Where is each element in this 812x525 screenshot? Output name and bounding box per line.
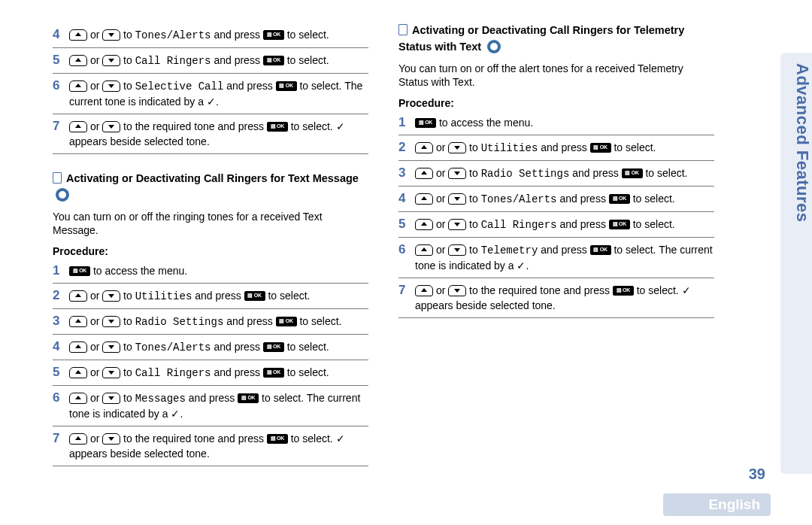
step-number: 1 bbox=[53, 263, 69, 278]
step-body: ▤ OK to access the menu. bbox=[415, 115, 714, 130]
up-arrow-key-icon bbox=[415, 193, 433, 205]
up-arrow-key-icon bbox=[69, 341, 87, 353]
up-arrow-key-icon bbox=[415, 285, 433, 296]
up-arrow-key-icon bbox=[415, 244, 433, 256]
page-content: 4 or to Tones/Alerts and press ▤ OK to s… bbox=[0, 0, 752, 481]
step-body: or to Tones/Alerts and press ▤ OK to sel… bbox=[415, 191, 714, 207]
ok-key-icon: ▤ OK bbox=[263, 342, 284, 352]
step-body: ▤ OK to access the menu. bbox=[69, 263, 368, 278]
step-number: 2 bbox=[398, 140, 415, 155]
down-arrow-key-icon bbox=[102, 29, 120, 41]
procedure-step: 7 or to the required tone and press ▤ OK… bbox=[398, 278, 714, 318]
down-arrow-key-icon bbox=[102, 341, 120, 353]
step-number: 3 bbox=[398, 165, 415, 181]
ok-key-icon: ▤ OK bbox=[622, 168, 643, 178]
step-number: 2 bbox=[53, 288, 69, 303]
procedure-step: 6 or to Telemetry and press ▤ OK to sele… bbox=[398, 238, 714, 278]
down-arrow-key-icon bbox=[102, 433, 120, 445]
step-body: or to Call Ringers and press ▤ OK to sel… bbox=[69, 365, 368, 381]
step-body: or to the required tone and press ▤ OK t… bbox=[69, 119, 368, 149]
step-body: or to Telemetry and press ▤ OK to select… bbox=[415, 242, 714, 273]
procedure-step: 4 or to Tones/Alerts and press ▤ OK to s… bbox=[53, 23, 368, 48]
menu-path-text: Tones/Alerts bbox=[481, 193, 557, 205]
up-arrow-key-icon bbox=[415, 219, 433, 230]
step-body: or to the required tone and press ▤ OK t… bbox=[69, 431, 368, 461]
down-arrow-key-icon bbox=[448, 193, 466, 205]
procedure-step: 5 or to Call Ringers and press ▤ OK to s… bbox=[398, 212, 714, 238]
down-arrow-key-icon bbox=[448, 168, 466, 179]
step-body: or to Radio Settings and press ▤ OK to s… bbox=[69, 314, 368, 329]
down-arrow-key-icon bbox=[102, 316, 120, 327]
up-arrow-key-icon bbox=[415, 142, 433, 153]
procedure-step: 5 or to Call Ringers and press ▤ OK to s… bbox=[53, 48, 368, 74]
step-body: or to Utilities and press ▤ OK to select… bbox=[415, 140, 714, 156]
step-number: 5 bbox=[53, 53, 69, 68]
step-number: 7 bbox=[398, 283, 415, 298]
procedure-step: 7 or to the required tone and press ▤ OK… bbox=[53, 114, 368, 154]
ok-key-icon: ▤ OK bbox=[276, 81, 297, 91]
procedure-step: 1▤ OK to access the menu. bbox=[53, 259, 368, 284]
down-arrow-key-icon bbox=[448, 244, 466, 256]
menu-path-text: Call Ringers bbox=[481, 219, 557, 231]
step-number: 6 bbox=[53, 390, 69, 405]
step-number: 5 bbox=[53, 365, 69, 380]
ok-key-icon: ▤ OK bbox=[263, 30, 284, 40]
page-number: 39 bbox=[749, 466, 765, 483]
step-number: 7 bbox=[53, 119, 69, 134]
ok-key-icon: ▤ OK bbox=[263, 56, 284, 65]
down-arrow-key-icon bbox=[102, 367, 120, 378]
up-arrow-key-icon bbox=[69, 55, 87, 66]
section-intro: You can turn on or off the alert tones f… bbox=[398, 62, 714, 90]
step-body: or to Messages and press ▤ OK to select.… bbox=[69, 390, 368, 421]
ok-key-icon: ▤ OK bbox=[590, 143, 611, 153]
ok-key-icon: ▤ OK bbox=[609, 220, 630, 229]
up-arrow-key-icon bbox=[69, 393, 87, 404]
up-arrow-key-icon bbox=[415, 168, 433, 179]
ok-key-icon: ▤ OK bbox=[415, 118, 436, 128]
menu-path-text: Radio Settings bbox=[481, 168, 570, 180]
procedure-step: 1▤ OK to access the menu. bbox=[398, 111, 714, 135]
ok-key-icon: ▤ OK bbox=[69, 266, 90, 276]
right-column: Activating or Deactivating Call Ringers … bbox=[398, 23, 714, 466]
procedure-label: Procedure: bbox=[53, 245, 368, 257]
procedure-step: 3 or to Radio Settings and press ▤ OK to… bbox=[53, 309, 368, 335]
step-body: or to the required tone and press ▤ OK t… bbox=[415, 283, 714, 313]
step-number: 4 bbox=[398, 191, 415, 206]
up-arrow-key-icon bbox=[69, 80, 87, 92]
ok-key-icon: ▤ OK bbox=[263, 368, 284, 378]
step-body: or to Tones/Alerts and press ▤ OK to sel… bbox=[69, 27, 368, 43]
step-body: or to Radio Settings and press ▤ OK to s… bbox=[415, 165, 714, 181]
menu-path-text: Messages bbox=[135, 393, 186, 405]
step-number: 6 bbox=[53, 78, 69, 93]
down-arrow-key-icon bbox=[102, 393, 120, 404]
procedure-step: 6 or to Messages and press ▤ OK to selec… bbox=[53, 386, 368, 426]
procedure-step: 3 or to Radio Settings and press ▤ OK to… bbox=[398, 161, 714, 187]
step-number: 1 bbox=[398, 115, 415, 130]
step-number: 3 bbox=[53, 314, 69, 329]
section-heading: Activating or Deactivating Call Ringers … bbox=[398, 23, 714, 56]
step-number: 7 bbox=[53, 431, 69, 446]
menu-path-text: Call Ringers bbox=[135, 367, 211, 379]
procedure-step: 6 or to Selective Call and press ▤ OK to… bbox=[53, 74, 368, 114]
ok-key-icon: ▤ OK bbox=[613, 286, 634, 296]
ok-key-icon: ▤ OK bbox=[590, 245, 611, 255]
section-intro: You can turn on or off the ringing tones… bbox=[53, 210, 368, 238]
procedure-label: Procedure: bbox=[398, 97, 714, 109]
ok-key-icon: ▤ OK bbox=[238, 393, 259, 403]
ok-key-icon: ▤ OK bbox=[244, 291, 265, 301]
step-body: or to Tones/Alerts and press ▤ OK to sel… bbox=[69, 339, 368, 355]
step-number: 4 bbox=[53, 27, 69, 42]
menu-path-text: Tones/Alerts bbox=[135, 29, 211, 41]
down-arrow-key-icon bbox=[448, 219, 466, 230]
menu-path-text: Tones/Alerts bbox=[135, 341, 211, 354]
section-heading: Activating or Deactivating Call Ringers … bbox=[53, 171, 368, 204]
down-arrow-key-icon bbox=[102, 80, 120, 92]
up-arrow-key-icon bbox=[69, 29, 87, 41]
step-body: or to Selective Call and press ▤ OK to s… bbox=[69, 78, 368, 109]
procedure-step: 2 or to Utilities and press ▤ OK to sele… bbox=[398, 135, 714, 161]
step-body: or to Call Ringers and press ▤ OK to sel… bbox=[415, 217, 714, 232]
step-body: or to Utilities and press ▤ OK to select… bbox=[69, 288, 368, 304]
up-arrow-key-icon bbox=[69, 290, 87, 302]
up-arrow-key-icon bbox=[69, 433, 87, 445]
procedure-step: 5 or to Call Ringers and press ▤ OK to s… bbox=[53, 360, 368, 386]
